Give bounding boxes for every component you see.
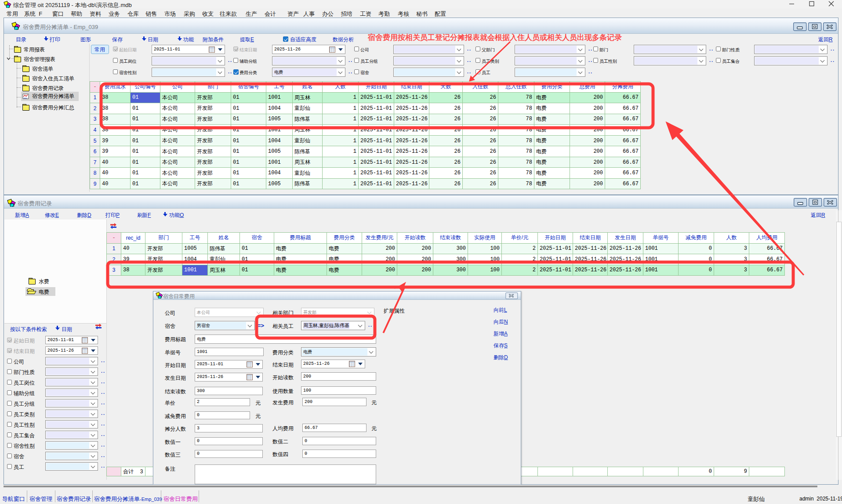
- svg-text:宿舍费用按相关员工登记分摊报表就会根据入住人员或相关人员出现: 宿舍费用按相关员工登记分摊报表就会根据入住人员或相关人员出现多条记录: [368, 33, 622, 42]
